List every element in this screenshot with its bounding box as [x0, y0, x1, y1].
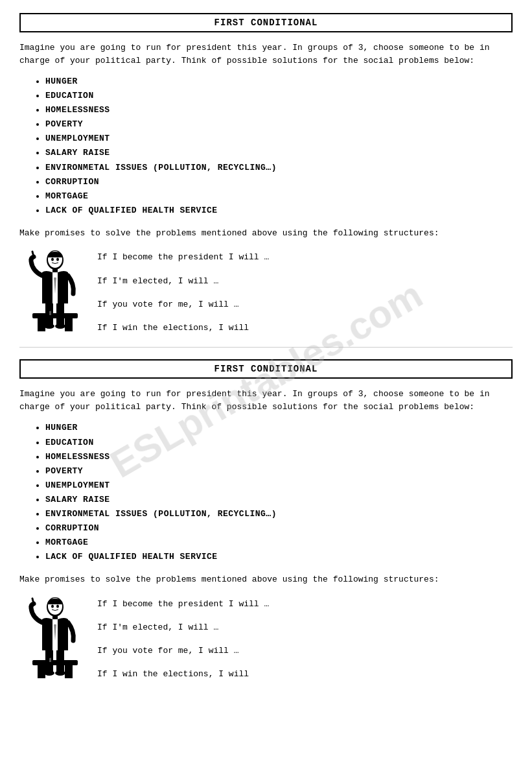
- svg-rect-4: [52, 268, 58, 272]
- section-1-sentence-structures: If I become the president I will …If I'm…: [97, 248, 269, 334]
- list-item: SALARY RAISE: [45, 493, 513, 507]
- section-2-promises: Make promises to solve the problems ment…: [19, 573, 513, 682]
- section-1: FIRST CONDITIONAL Imagine you are going …: [19, 13, 513, 335]
- sentence-item: If I'm elected, I will …: [97, 276, 269, 287]
- section-2-politician-figure: [19, 595, 84, 682]
- list-item: HUNGER: [45, 75, 513, 89]
- svg-line-5: [32, 252, 34, 257]
- sentence-item: If you vote for me, I will …: [97, 299, 269, 311]
- svg-rect-26: [38, 665, 45, 678]
- svg-point-9: [55, 324, 65, 329]
- section-1-promises-content: If I become the president I will …If I'm…: [19, 248, 513, 335]
- list-item: HUNGER: [45, 421, 513, 435]
- politician-icon-2: [19, 595, 84, 680]
- sentence-item: If I become the president I will …: [97, 598, 269, 610]
- list-item: LACK OF QUALIFIED HEALTH SERVICE: [45, 204, 513, 218]
- section-2-title: FIRST CONDITIONAL: [19, 359, 513, 379]
- sentence-item: If you vote for me, I will …: [97, 645, 269, 657]
- list-item: ENVIRONMETAL ISSUES (POLLUTION, RECYCLIN…: [45, 507, 513, 521]
- svg-point-8: [44, 324, 54, 329]
- svg-rect-25: [32, 660, 78, 665]
- section-2-promises-intro: Make promises to solve the problems ment…: [19, 573, 513, 586]
- svg-point-17: [51, 604, 54, 608]
- svg-line-20: [32, 598, 34, 604]
- section-1-promises: Make promises to solve the problems ment…: [19, 227, 513, 336]
- list-item: HOMELESSNESS: [45, 450, 513, 464]
- section-1-title: FIRST CONDITIONAL: [19, 13, 513, 32]
- list-item: CORRUPTION: [45, 521, 513, 536]
- list-item: EDUCATION: [45, 436, 513, 450]
- sentence-item: If I become the president I will …: [97, 252, 269, 263]
- svg-rect-19: [52, 615, 58, 619]
- svg-point-29: [47, 652, 52, 658]
- section-1-problems-list: HUNGEREDUCATIONHOMELESSNESSPOVERTYUNEMPL…: [19, 75, 513, 218]
- list-item: UNEMPLOYMENT: [45, 132, 513, 146]
- svg-point-3: [56, 258, 59, 261]
- sentence-item: If I win the elections, I will: [97, 669, 269, 680]
- section-2-intro: Imagine you are going to run for preside…: [19, 388, 513, 413]
- politician-icon: [19, 248, 84, 333]
- svg-point-2: [51, 258, 54, 261]
- list-item: MORTGAGE: [45, 189, 513, 204]
- svg-point-14: [47, 305, 52, 311]
- list-item: HOMELESSNESS: [45, 103, 513, 117]
- svg-rect-11: [38, 318, 45, 331]
- svg-rect-27: [65, 665, 73, 678]
- section-1-intro: Imagine you are going to run for preside…: [19, 41, 513, 67]
- sentence-item: If I'm elected, I will …: [97, 622, 269, 634]
- list-item: POVERTY: [45, 117, 513, 132]
- section-2: FIRST CONDITIONAL Imagine you are going …: [19, 359, 513, 681]
- list-item: MORTGAGE: [45, 536, 513, 550]
- list-item: LACK OF QUALIFIED HEALTH SERVICE: [45, 550, 513, 564]
- list-item: ENVIRONMETAL ISSUES (POLLUTION, RECYCLIN…: [45, 161, 513, 175]
- list-item: SALARY RAISE: [45, 146, 513, 160]
- section-divider: [19, 347, 513, 348]
- list-item: CORRUPTION: [45, 175, 513, 189]
- svg-rect-12: [65, 318, 73, 331]
- svg-point-24: [55, 670, 65, 676]
- list-item: EDUCATION: [45, 89, 513, 103]
- section-2-sentence-structures: If I become the president I will …If I'm…: [97, 595, 269, 681]
- svg-point-18: [56, 604, 59, 608]
- svg-point-23: [44, 670, 54, 676]
- list-item: UNEMPLOYMENT: [45, 479, 513, 493]
- list-item: POVERTY: [45, 464, 513, 479]
- sentence-item: If I win the elections, I will: [97, 322, 269, 334]
- section-2-promises-content: If I become the president I will …If I'm…: [19, 595, 513, 682]
- section-2-problems-list: HUNGEREDUCATIONHOMELESSNESSPOVERTYUNEMPL…: [19, 421, 513, 564]
- section-1-promises-intro: Make promises to solve the problems ment…: [19, 227, 513, 240]
- section-1-politician-figure: [19, 248, 84, 335]
- svg-rect-10: [32, 313, 78, 318]
